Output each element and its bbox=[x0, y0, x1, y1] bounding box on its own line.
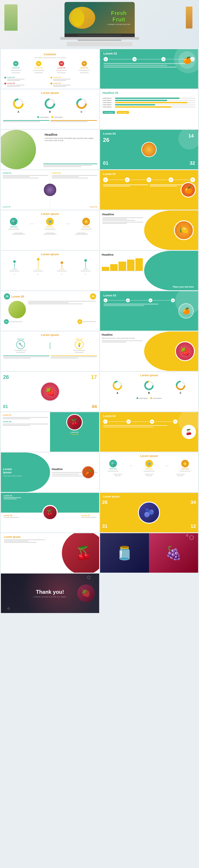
donut-b bbox=[44, 98, 56, 110]
lorem-ipsum-yellow-title: Lorem ipsum bbox=[1, 251, 99, 257]
donut2-c-label: C bbox=[180, 392, 181, 394]
legend2-teal: Lorem ipsum bbox=[139, 398, 148, 399]
flow3-sub-2: Lorem ipsumdolor sit bbox=[145, 473, 153, 476]
prog-label-5: Lorem ipsum bbox=[103, 106, 114, 107]
lorem-text-cols-slide: Lorem 01 Lorem 02 Lorem 03 Lorem 04 bbox=[1, 170, 99, 210]
tl-04: 04 bbox=[169, 177, 173, 182]
num-26: 26 bbox=[103, 136, 110, 144]
contents-label-02: Lorem 02 bbox=[35, 67, 42, 69]
contents-label-03: Lorem 03 bbox=[57, 67, 65, 69]
yc-label-1: Lorem bbox=[12, 268, 17, 270]
donut2-a bbox=[112, 380, 123, 391]
numbers-fruit-slide: 26 17 🍓 01 04 bbox=[1, 372, 99, 411]
tl-02: 02 bbox=[125, 177, 130, 182]
contents-subtitle: Lorem ipsum simply dummy text of the pri… bbox=[3, 57, 97, 58]
tl3-03: 03 bbox=[150, 420, 154, 424]
tl2-03: 03 bbox=[148, 299, 152, 302]
flow3-icon-1: 🔍 bbox=[109, 460, 117, 467]
headline-bar-title: Headline bbox=[102, 253, 143, 256]
flow-icon-3: ⭐ bbox=[82, 218, 90, 225]
thank-you-slide: 🍓 Thank you! LOREM IPSUM DOLOR SIT AMET bbox=[1, 574, 99, 613]
big-04: 04 bbox=[92, 404, 97, 409]
headline-fruit-right-slide: 🍋 Headline bbox=[100, 211, 198, 250]
flow3-icon-3: ⭐ bbox=[181, 460, 189, 467]
headline-lorem-left-slide: Loremipsum Lorem ipsum dolor sit amet. H… bbox=[1, 453, 99, 492]
donut2-b bbox=[143, 380, 154, 391]
lorem-ipsum-flow2-title: Lorem ipsum bbox=[1, 332, 99, 337]
flow-icon-2: ⚙️ bbox=[46, 218, 54, 225]
donut-a bbox=[12, 98, 24, 110]
flow3-icon-2: ⚙️ bbox=[145, 460, 153, 467]
contents-slide: Contents Lorem ipsum simply dummy text o… bbox=[1, 49, 99, 89]
tl2-02: 02 bbox=[126, 299, 130, 302]
headline-strawberry-title: Headline bbox=[102, 333, 143, 336]
juice-slide: 🫙 🍇 bbox=[100, 533, 198, 573]
lorem03-label: Lorem 03 bbox=[7, 82, 25, 84]
lorem-ipsum-donut2-slide: Lorem ipsum A B bbox=[100, 372, 198, 411]
lorem02-timeline-slide: Lorem 02 01 02 03 04 05 🍊 bbox=[100, 170, 198, 210]
contents-title: Contents bbox=[3, 51, 97, 57]
flow-label-1[interactable]: Click here bbox=[10, 226, 17, 227]
grid-lorem03: Lorem 03 bbox=[81, 514, 96, 517]
contents-num-02: 02 bbox=[36, 61, 41, 66]
num-26-2: 26 bbox=[102, 499, 108, 505]
col-lorem03: Lorem 03 bbox=[3, 206, 10, 208]
flow2-label-2[interactable]: Click here bbox=[76, 338, 83, 340]
num-14: 14 bbox=[189, 133, 194, 139]
col2-lorem02: Lorem 02 bbox=[3, 421, 48, 423]
donut2-a-label: A bbox=[117, 392, 118, 394]
lorem-ipsum-yellow-slide: Lorem ipsum Lorem Lorem Lorem bbox=[1, 251, 99, 290]
headline-lorem-title: Loremipsum bbox=[3, 467, 48, 474]
prog-btn-2[interactable]: Lorem ipsum bbox=[117, 111, 129, 114]
hero-subtitle: LOREM IPSUM DOLOR bbox=[108, 24, 130, 25]
donut2-c bbox=[175, 380, 186, 391]
num-01: 01 bbox=[103, 160, 108, 166]
lorem01-label: Lorem 01 bbox=[7, 76, 25, 78]
tl3-04: 04 bbox=[173, 420, 177, 424]
flow-label-3[interactable]: Click here bbox=[83, 226, 90, 227]
flow-sub-2: Lorem ipsum bbox=[44, 232, 57, 234]
flow-icon-1: 🔍 bbox=[10, 218, 18, 225]
contents-num-01: 01 bbox=[13, 61, 19, 66]
yc-label-2: Lorem bbox=[36, 268, 40, 270]
headline-strawberry-text: Place your text here. Lorem ipsum dolor … bbox=[102, 337, 143, 339]
yc-label-3: Lorem bbox=[60, 268, 64, 270]
lorem05-title: Lorem 05 bbox=[11, 295, 24, 298]
lorem01-teal-slide: 🍊 Lorem 01 01 02 03 04 bbox=[100, 49, 198, 89]
col2-lorem03: Lorem 03 bbox=[52, 431, 97, 433]
num-32: 32 bbox=[190, 160, 195, 166]
flow-label-2[interactable]: Click here bbox=[46, 226, 54, 227]
flow3-sub-1: Lorem ipsumdolor sit bbox=[113, 473, 122, 476]
headline01-slide: Headline 01 Lorem ipsum Lorem ipsum Lore… bbox=[100, 89, 198, 129]
lorem-ipsum-flow-slide: Lorem ipsum 🔍 Click here ⚙️ Click here ⭐… bbox=[1, 211, 99, 250]
num-31: 31 bbox=[102, 523, 108, 529]
yc-sub-d: D bbox=[85, 274, 86, 275]
prog-label-2: Lorem ipsum bbox=[103, 99, 114, 101]
flow3-label-3[interactable]: Click here bbox=[181, 468, 189, 470]
headline-strawberry-slide: Headline Place your text here. Lorem ips… bbox=[100, 332, 198, 371]
legend2-yellow: Lorem ipsum bbox=[153, 398, 162, 399]
headline-bar-chart-slide: Headline Place your text here bbox=[100, 251, 198, 290]
donut2-b-label: B bbox=[148, 392, 150, 394]
hero-slide: FreshFruit LOREM IPSUM DOLOR bbox=[0, 0, 199, 48]
headline-lorem-text: Lorem ipsum dolor sit amet. bbox=[3, 475, 48, 477]
prog-btn-1[interactable]: Lorem ipsum bbox=[103, 111, 115, 114]
place-text-label: Place your text here bbox=[173, 286, 194, 288]
tl2-04: 04 bbox=[171, 299, 175, 302]
num-12: 12 bbox=[191, 523, 196, 529]
headline-apple-text: Lorem ipsum dolor sit amet of the golden… bbox=[45, 137, 96, 142]
flow2-icon-2: 💡 bbox=[75, 340, 84, 349]
lorem-ipsum-flow-title: Lorem ipsum bbox=[1, 211, 99, 216]
lorem03-teal-slide: Lorem 03 🍊 01 02 03 04 bbox=[100, 291, 198, 331]
flow3-label-1[interactable]: Click here bbox=[110, 468, 117, 470]
thank-you-title: Thank you! bbox=[33, 589, 66, 595]
big-17: 17 bbox=[91, 374, 97, 380]
num-01-sm: 01 bbox=[4, 319, 9, 324]
lorem-ipsum-title: Lorem ipsum bbox=[1, 89, 99, 95]
headline-fruit-right-title: Headline bbox=[102, 213, 143, 216]
flow2-label-1[interactable]: Click here bbox=[17, 338, 24, 340]
lorem-cherry-title: Lorem ipsum bbox=[4, 535, 45, 538]
lorem05-slide: 26 Lorem 05 04 01 04 bbox=[1, 291, 99, 331]
lorem-grid-slide: Lorem 01 Lorem 02 Lorem 03 🍒 bbox=[1, 493, 99, 532]
flow3-label-2[interactable]: Click here bbox=[145, 468, 153, 470]
